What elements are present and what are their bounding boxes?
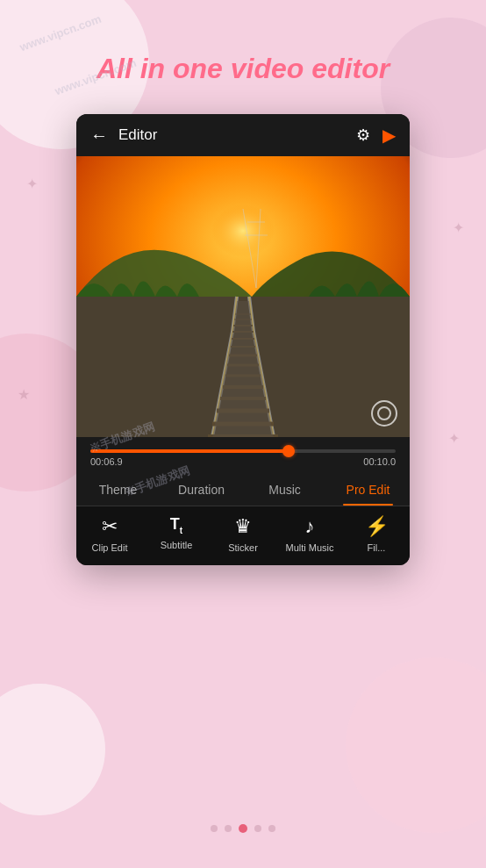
tool-filter[interactable]: ⚡ Fil... <box>343 515 410 553</box>
multi-music-label: Multi Music <box>285 542 333 553</box>
tab-pro-edit[interactable]: Pro Edit <box>326 474 410 506</box>
tab-music[interactable]: Music <box>243 474 326 506</box>
top-bar: ← Editor ⚙ ▶ <box>76 114 410 156</box>
dot-3[interactable] <box>239 824 247 833</box>
editor-title: Editor <box>118 126 157 144</box>
total-time: 00:10.0 <box>363 456 396 467</box>
current-time: 00:06.9 <box>90 456 123 467</box>
phone-mockup: ← Editor ⚙ ▶ <box>76 114 410 565</box>
filter-icon: ⚡ <box>365 515 389 538</box>
back-button[interactable]: ← <box>90 126 108 146</box>
subtitle-icon: Tt <box>170 515 182 535</box>
tab-theme[interactable]: Theme <box>76 474 160 506</box>
screen-record-icon[interactable] <box>371 400 397 427</box>
dot-5[interactable] <box>268 825 275 832</box>
send-icon[interactable]: ▶ <box>382 125 396 146</box>
deco-star-3: ✦ <box>448 430 460 447</box>
deco-star-2: ★ <box>18 386 30 403</box>
filter-label: Fil... <box>368 542 386 553</box>
clip-edit-label: Clip Edit <box>92 542 128 553</box>
dot-4[interactable] <box>254 825 261 832</box>
video-svg <box>76 156 410 437</box>
dot-1[interactable] <box>211 825 218 832</box>
bg-decoration-5 <box>0 684 105 815</box>
video-area[interactable] <box>76 156 410 437</box>
gear-icon[interactable]: ⚙ <box>356 126 370 145</box>
tool-sticker[interactable]: ♛ Sticker <box>210 515 276 553</box>
timeline-area: 00:06.9 00:10.0 <box>76 437 410 474</box>
tool-subtitle[interactable]: Tt Subtitle <box>143 515 210 553</box>
clip-edit-icon: ✂ <box>102 515 118 538</box>
subtitle-label: Subtitle <box>161 540 193 550</box>
tab-duration[interactable]: Duration <box>160 474 243 506</box>
timeline-thumb[interactable] <box>282 445 295 457</box>
pagination <box>0 825 486 833</box>
sticker-icon: ♛ <box>234 515 252 538</box>
timeline-bar[interactable] <box>90 449 396 453</box>
deco-star-1: ✦ <box>26 176 38 192</box>
sticker-label: Sticker <box>228 542 258 553</box>
timeline-times: 00:06.9 00:10.0 <box>90 456 396 467</box>
deco-star-4: ✦ <box>453 219 464 236</box>
tool-multi-music[interactable]: ♪ Multi Music <box>276 515 343 553</box>
tool-clip-edit[interactable]: ✂ Clip Edit <box>76 515 143 553</box>
bottom-toolbar: ✂ Clip Edit Tt Subtitle ♛ Sticker ♪ Mult… <box>76 506 410 565</box>
screen-record-inner <box>377 406 391 420</box>
page-title: All in one video editor <box>0 53 486 85</box>
multi-music-icon: ♪ <box>305 515 315 538</box>
timeline-progress <box>90 449 289 453</box>
top-bar-right: ⚙ ▶ <box>356 125 396 146</box>
tabs-row: Theme Duration Music Pro Edit <box>76 474 410 506</box>
dot-2[interactable] <box>225 825 232 832</box>
bg-decoration-4 <box>346 657 486 833</box>
top-bar-left: ← Editor <box>90 126 157 146</box>
